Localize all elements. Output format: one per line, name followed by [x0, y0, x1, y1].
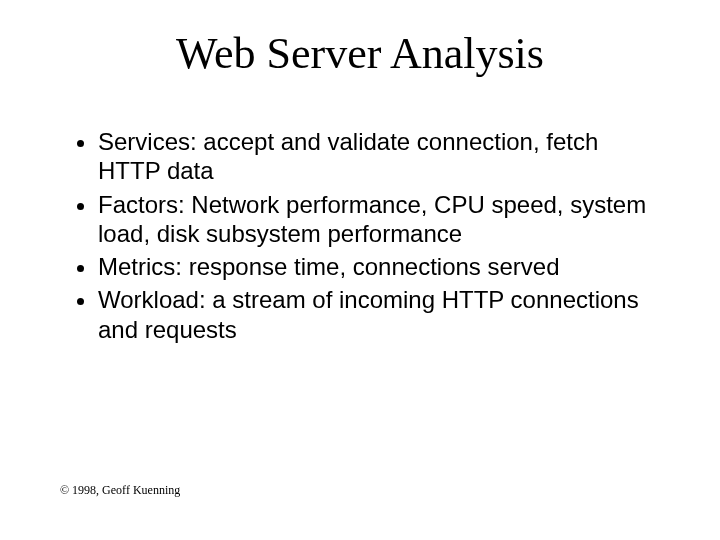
- list-item: Factors: Network performance, CPU speed,…: [98, 190, 650, 249]
- slide: Web Server Analysis Services: accept and…: [0, 0, 720, 540]
- list-item: Services: accept and validate connection…: [98, 127, 650, 186]
- copyright-footer: © 1998, Geoff Kuenning: [60, 483, 180, 498]
- bullet-list: Services: accept and validate connection…: [70, 127, 650, 344]
- list-item: Metrics: response time, connections serv…: [98, 252, 650, 281]
- list-item: Workload: a stream of incoming HTTP conn…: [98, 285, 650, 344]
- slide-title: Web Server Analysis: [0, 0, 720, 79]
- slide-body: Services: accept and validate connection…: [0, 79, 720, 344]
